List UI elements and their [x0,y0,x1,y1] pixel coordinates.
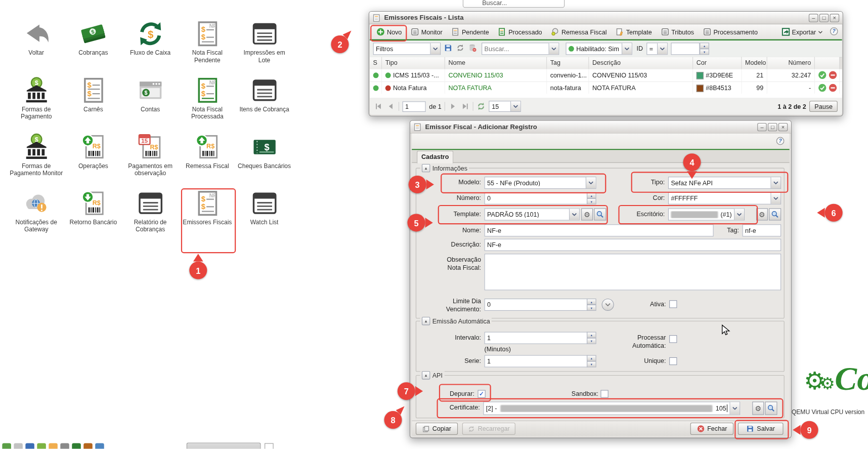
fechar-button[interactable]: Fechar [690,423,733,435]
last-page-icon[interactable] [461,102,470,111]
desktop-icon-formas-de-pagamento[interactable]: $Formas de Pagamento [8,76,65,133]
template-search-icon[interactable] [594,208,606,220]
collapse-icon[interactable]: ▲ [422,164,430,172]
sandbox-checkbox[interactable] [600,390,608,397]
limite-input[interactable] [485,299,588,311]
cell-nome[interactable]: NOTA FATURA [445,82,547,94]
dropdown-trigger-icon[interactable] [770,193,780,204]
dropdown-trigger-icon[interactable] [622,43,632,54]
desktop-icon-fluxo-de-caixa[interactable]: $Fluxo de Caixa [122,20,179,76]
processado-button[interactable]: Processado [494,26,546,37]
certificate-combo[interactable]: [2] - 105 [483,401,740,415]
taskbar-small-icon[interactable] [265,443,274,449]
desktop-icon-nota-fiscal-processada[interactable]: NF$$Nota Fiscal Processada [179,76,236,133]
serie-spinner[interactable]: ▴▾ [587,355,596,368]
next-page-icon[interactable] [449,102,458,111]
delete-icon[interactable] [829,71,837,80]
observacao-textarea[interactable] [485,254,782,290]
minimize-button[interactable]: – [809,14,818,22]
escritorio-combo[interactable]: (#1) [668,208,745,220]
help-icon[interactable]: ? [830,27,839,37]
cell-nome[interactable]: CONVENIO 115/03 [445,69,547,81]
column-header-descricao[interactable]: Descrição [589,57,693,69]
column-header-tipo[interactable]: Tipo [382,57,445,69]
table-row[interactable]: ICMS 115/03 -...CONVENIO 115/03convenio-… [370,69,842,82]
dialog-titlebar[interactable]: Emissor Fiscal - Adicionar Registro – □ … [410,121,791,134]
numero-input[interactable] [485,192,588,205]
monitor-button[interactable]: Monitor [407,26,446,37]
ativa-checkbox[interactable] [669,300,677,308]
certificate-search-icon[interactable] [765,401,777,415]
salvar-button[interactable]: Salvar [738,423,784,435]
dropdown-trigger-icon[interactable] [569,209,579,220]
enable-icon[interactable] [818,84,827,93]
search-bar[interactable]: Buscar... [463,0,565,8]
dropdown-trigger-icon[interactable] [430,43,440,54]
taskbar-icon[interactable] [37,443,46,449]
template-gear-icon[interactable]: ⚙ [581,208,593,220]
clear-filter-icon[interactable] [468,44,478,53]
dropdown-trigger-icon[interactable] [586,177,596,188]
modelo-combo[interactable]: 55 - NFe (Produto) [485,177,596,189]
exportar-button[interactable]: Exportar [777,26,827,37]
filtros-combo[interactable]: Filtros [373,43,441,55]
column-header-modelo[interactable]: Modelo [742,57,767,69]
desktop-icon-pagamentos-em-observacao[interactable]: R$15Pagamentos em observação [122,133,179,190]
id-filter-spinner[interactable]: ▴▾ [700,43,709,55]
dropdown-trigger-icon[interactable] [657,43,667,54]
numero-spinner[interactable]: ▴▾ [587,192,596,205]
desktop-icon-remessa-fiscal[interactable]: R$Remessa Fiscal [179,133,236,190]
collapse-icon[interactable]: ▲ [422,317,430,325]
desktop-icon-cobrancas[interactable]: $Cobranças [65,20,122,76]
column-header-tag[interactable]: Tag [547,57,589,69]
template-combo[interactable]: PADRÃO 55 (101) [485,208,580,220]
taskbar-window-button[interactable] [187,442,261,448]
desktop-icon-relatorio-de-cobrancas[interactable]: Relatório de Cobranças [122,189,179,246]
desktop-icon-watch-list[interactable]: Watch List [236,189,293,246]
taskbar-icon[interactable] [49,443,58,449]
save-filter-icon[interactable] [444,44,454,53]
cor-combo[interactable]: #FFFFFF [668,192,781,205]
pendente-button[interactable]: Pendente [448,26,493,37]
collapse-icon[interactable]: ▲ [422,371,430,379]
desktop-icon-carnes[interactable]: $$Carnês [65,76,122,133]
desktop-icon-contas[interactable]: $Contas [122,76,179,133]
intervalo-input[interactable] [485,332,588,344]
limite-spinner[interactable]: ▴▾ [587,299,596,311]
taskbar-icon[interactable] [25,443,34,449]
desktop-icon-notificacoes-de-gateway[interactable]: Notificações de Gateway [8,189,65,246]
desktop-icon-operacoes[interactable]: R$Operações [65,133,122,190]
taskbar-icon[interactable] [14,443,23,449]
tipo-combo[interactable]: Sefaz NFe API [668,177,781,189]
copiar-button[interactable]: Copiar [416,423,458,435]
dropdown-trigger-icon[interactable] [510,101,520,111]
depurar-checkbox[interactable]: ✓ [478,390,485,397]
dropdown-trigger-icon[interactable] [729,402,740,415]
tag-input[interactable] [743,224,782,236]
prev-page-icon[interactable] [386,102,396,111]
unique-checkbox[interactable] [669,357,677,365]
enable-icon[interactable] [818,71,827,80]
descricao-input[interactable] [485,239,782,251]
taskbar-icon[interactable] [72,443,81,449]
novo-button[interactable]: Novo [373,26,406,37]
remessa-fiscal-button[interactable]: Remessa Fiscal [547,26,611,37]
certificate-gear-icon[interactable]: ⚙ [752,401,764,415]
taskbar-icon[interactable] [2,443,11,449]
desktop-icon-voltar[interactable]: Voltar [8,20,65,76]
template-button[interactable]: Template [612,26,656,37]
escritorio-gear-icon[interactable]: ⚙ [756,208,768,220]
minimize-button[interactable]: – [757,123,767,131]
processar-checkbox[interactable] [669,335,677,343]
column-header-nome[interactable]: Nome [445,57,547,69]
table-row[interactable]: Nota FaturaNOTA FATURAnota-faturaNOTA FA… [370,82,842,95]
page-size-combo[interactable]: 15 [489,101,521,112]
page-input[interactable] [403,101,426,112]
taskbar-icon[interactable] [60,443,69,449]
recarregar-button[interactable]: Recarregar [462,423,515,435]
close-button[interactable]: × [830,14,839,22]
desktop-icon-formas-de-pagamento-monitor[interactable]: $Formas de Pagamento Monitor [8,133,65,190]
tributos-button[interactable]: Tributos [657,26,698,37]
pause-button[interactable]: Pause [809,101,837,112]
taskbar-icon[interactable] [83,443,93,449]
